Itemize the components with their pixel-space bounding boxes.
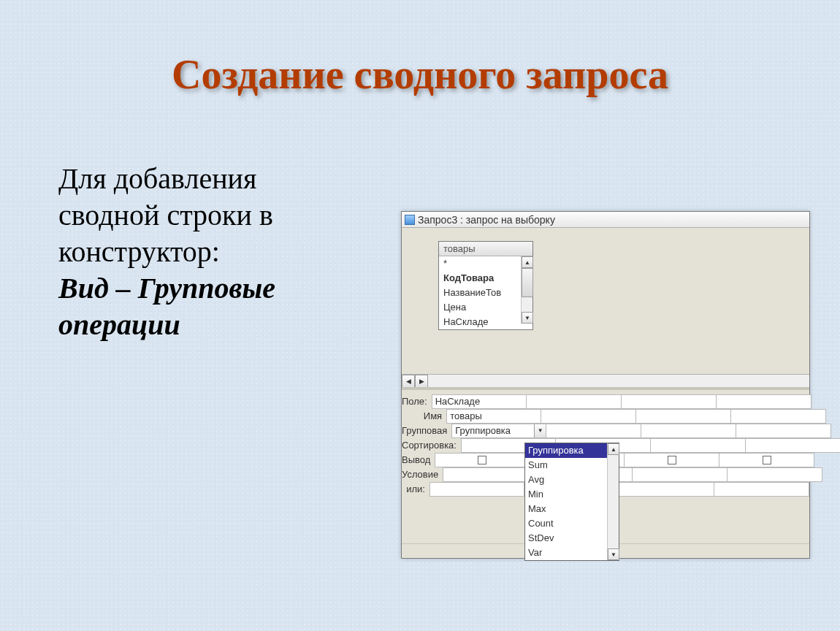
window-title-text: Запрос3 : запрос на выборку xyxy=(418,214,555,226)
dropdown-item[interactable]: Группировка xyxy=(525,443,619,458)
grid-cell[interactable] xyxy=(714,482,809,497)
grid-cell-show[interactable] xyxy=(719,453,814,467)
body-emphasis: Вид – Групповые операции xyxy=(58,272,275,341)
scroll-up-icon[interactable]: ▲ xyxy=(522,256,533,268)
window-titlebar: Запрос3 : запрос на выборку xyxy=(402,212,809,228)
body-line: конструктор: xyxy=(58,235,220,268)
grid-label-criteria: Условие отбора: xyxy=(402,467,443,482)
scroll-thumb[interactable] xyxy=(522,268,533,297)
grid-cell-value: Группировка xyxy=(455,425,511,436)
table-card-header: товары xyxy=(439,242,532,256)
grid-cell[interactable] xyxy=(636,409,731,424)
grid-cell[interactable] xyxy=(736,424,831,438)
table-field[interactable]: НазваниеТов xyxy=(439,286,532,300)
dropdown-item[interactable]: Sum xyxy=(525,458,619,473)
scroll-down-icon[interactable]: ▼ xyxy=(522,312,533,324)
dropdown-item[interactable]: StDev xyxy=(525,531,619,546)
scroll-right-icon[interactable]: ▶ xyxy=(415,375,428,388)
grid-cell[interactable] xyxy=(731,409,826,424)
dropdown-item[interactable]: Min xyxy=(525,487,619,502)
table-field[interactable]: НаСкладе xyxy=(439,315,532,329)
grid-label-sort: Сортировка: xyxy=(402,438,461,453)
grid-cell-groupop[interactable]: Группировка ▼ xyxy=(451,424,546,438)
embedded-screenshot: Запрос3 : запрос на выборку товары * Код… xyxy=(401,211,810,559)
grid-cell[interactable] xyxy=(527,394,622,409)
groupop-dropdown[interactable]: Группировка Sum Avg Min Max Count StDev … xyxy=(524,443,619,561)
table-card[interactable]: товары * КодТовара НазваниеТов Цена НаСк… xyxy=(438,241,533,330)
dropdown-item[interactable]: Count xyxy=(525,516,619,531)
grid-label-field: Поле: xyxy=(402,394,432,409)
table-field[interactable]: КодТовара xyxy=(439,271,532,286)
query-tables-pane: товары * КодТовара НазваниеТов Цена НаСк… xyxy=(402,228,809,374)
query-grid-pane: Поле: НаСкладе Имя таблицы: товары xyxy=(402,387,809,558)
grid-cell[interactable] xyxy=(541,409,636,424)
checkbox[interactable] xyxy=(668,456,676,464)
grid-cell[interactable] xyxy=(728,467,822,482)
grid-cell-or[interactable] xyxy=(429,482,524,497)
grid-cell-show[interactable] xyxy=(435,453,530,467)
grid-cell[interactable] xyxy=(746,438,840,453)
grid-cell[interactable] xyxy=(641,424,736,438)
checkbox[interactable] xyxy=(478,456,486,464)
scroll-up-icon[interactable]: ▲ xyxy=(608,443,619,455)
grid-cell-field[interactable]: НаСкладе xyxy=(432,394,527,409)
checkbox[interactable] xyxy=(763,456,771,464)
grid-cell[interactable] xyxy=(619,482,714,497)
table-field[interactable]: * xyxy=(439,256,532,271)
grid-label-tablename: Имя таблицы: xyxy=(402,409,446,424)
grid-cell[interactable] xyxy=(622,394,717,409)
grid-label-show: Вывод на экран: xyxy=(402,453,435,467)
slide-title: Создание сводного запроса xyxy=(0,51,840,98)
dropdown-item[interactable]: Max xyxy=(525,502,619,516)
grid-cell-criteria[interactable] xyxy=(443,467,538,482)
grid-cell[interactable] xyxy=(651,438,746,453)
scroll-down-icon[interactable]: ▼ xyxy=(608,548,619,560)
grid-cell[interactable] xyxy=(633,467,728,482)
window-icon xyxy=(405,215,415,225)
grid-cell[interactable] xyxy=(717,394,812,409)
grid-cell-show[interactable] xyxy=(625,453,719,467)
dropdown-item[interactable]: Avg xyxy=(525,473,619,487)
grid-cell[interactable] xyxy=(546,424,641,438)
dropdown-scrollbar[interactable]: ▲ ▼ xyxy=(607,443,619,560)
grid-label-groupop: Групповая операция: xyxy=(402,424,451,438)
table-field[interactable]: Цена xyxy=(439,300,532,315)
scrollbar-horizontal[interactable]: ◀ ▶ xyxy=(402,374,809,387)
dropdown-button-icon[interactable]: ▼ xyxy=(534,424,546,437)
dropdown-item[interactable]: Var xyxy=(525,546,619,560)
grid-label-or: или: xyxy=(402,482,429,497)
scrollbar-vertical[interactable]: ▲ ▼ xyxy=(521,256,532,324)
grid-cell-tablename[interactable]: товары xyxy=(446,409,541,424)
slide-body: Для добавления сводной строки в конструк… xyxy=(58,161,380,343)
body-line: Для добавления xyxy=(58,162,256,195)
body-line: сводной строки в xyxy=(58,199,273,232)
scroll-left-icon[interactable]: ◀ xyxy=(402,375,415,388)
